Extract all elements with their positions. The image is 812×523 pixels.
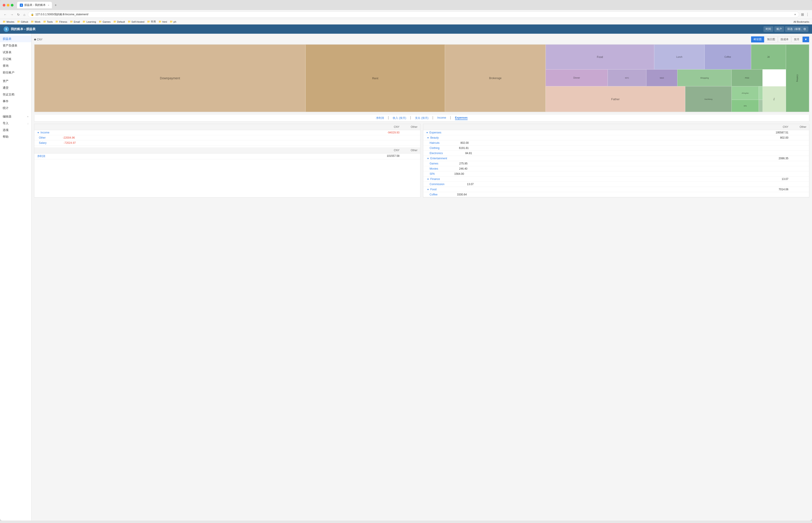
treemap-cell-lunch[interactable]: Lunch	[654, 44, 705, 69]
home-button[interactable]: ⌂	[22, 12, 26, 17]
table-row-entertainment[interactable]: ▼ Entertainment 2086.35	[423, 156, 809, 161]
bookmark-movies[interactable]: 📁 Movies	[3, 20, 14, 23]
treemap-cell-kfc[interactable]: KFC	[608, 69, 646, 86]
table-row-spa[interactable]: SPA 1564.00	[423, 172, 809, 177]
download-icon[interactable]: ↓	[28, 122, 29, 125]
table-row-net-profit[interactable]: 净利润 101557.58	[34, 154, 420, 159]
treemap-cell-coffee[interactable]: Coffee	[705, 44, 751, 69]
treemap-cell-mcd[interactable]: McD	[646, 69, 677, 86]
bookmark-ph[interactable]: 📁 ph	[170, 20, 176, 23]
bookmark-self-hosted[interactable]: 📁 Self-Hosted	[128, 20, 144, 23]
address-bar[interactable]: 🔒 127.0.0.1:5000/我的账本/income_statement/ …	[28, 12, 799, 18]
breadcrumb-parent[interactable]: 我的账本	[11, 27, 23, 31]
sidebar-item-events[interactable]: 事件	[0, 98, 31, 105]
sidebar-item-currency[interactable]: 通货	[0, 85, 31, 91]
monthly-btn[interactable]: 按月	[792, 36, 802, 42]
treemap-cell-spa[interactable]: SPA	[731, 100, 759, 112]
bookmark-default[interactable]: 📁 Default	[113, 20, 125, 23]
table-row-expenses[interactable]: ▼ Expenses 195587.51	[423, 130, 809, 135]
tag-filter-button[interactable]: 筛选（标签、收	[785, 26, 808, 32]
account-filter-button[interactable]: 账户	[774, 26, 784, 32]
sidebar-item-assets[interactable]: 资产	[0, 78, 31, 85]
treemap-cell-gaowang[interactable]: GaoWang	[685, 86, 732, 112]
treemap-cell-dinner[interactable]: Dinner	[546, 69, 608, 86]
bookmark-label: ph	[174, 20, 176, 23]
all-bookmarks[interactable]: All Bookmarks	[794, 20, 809, 23]
forward-button[interactable]: →	[10, 12, 14, 17]
sidebar-item-query[interactable]: 查询	[0, 62, 31, 69]
menu-button[interactable]: ⋮	[806, 12, 809, 17]
sidebar-item-trial-balance[interactable]: 试算表	[0, 49, 31, 56]
bookmark-work[interactable]: 📁 Work	[31, 20, 40, 23]
status-link-income-monthly[interactable]: 收入 (按月)	[393, 116, 406, 120]
bookmark-games[interactable]: 📁 Games	[99, 20, 110, 23]
bookmark-email[interactable]: 📁 Email	[70, 20, 80, 23]
extensions-button[interactable]: ⊞	[801, 12, 804, 17]
table-row-movies[interactable]: Movies 246.40	[423, 166, 809, 172]
sidebar-item-import[interactable]: 导入 ↓	[0, 120, 31, 127]
chart-dropdown-btn[interactable]: ▼	[802, 36, 809, 42]
table-row-salary[interactable]: Salary -72024.97	[34, 140, 420, 146]
bookmark-common[interactable]: 📁 常用	[147, 20, 156, 23]
back-button[interactable]: ←	[3, 12, 7, 17]
status-link-net[interactable]: 净利润	[376, 116, 384, 120]
bookmark-tools[interactable]: 📁 Tools	[43, 20, 53, 23]
bookmark-learning[interactable]: 📁 Learning	[83, 20, 96, 23]
col-header-name	[34, 124, 373, 130]
treemap-cell-trip[interactable]: Trip	[762, 86, 786, 112]
plus-icon[interactable]: +	[27, 115, 29, 118]
haircuts-label: Haircuts	[423, 140, 442, 145]
table-row-income[interactable]: ▼ Income -94029.93	[34, 130, 420, 135]
status-link-income[interactable]: Income	[437, 116, 446, 120]
sidebar-item-options[interactable]: 选项	[0, 127, 31, 133]
treemap-cell-food[interactable]: Food	[546, 44, 654, 69]
status-link-expense-monthly[interactable]: 支出 (按月)	[415, 116, 428, 120]
sidebar-item-stats[interactable]: 统计	[0, 105, 31, 111]
sidebar-item-documents[interactable]: 凭证文档	[0, 91, 31, 98]
table-row-food[interactable]: ▼ Food 7014.06	[423, 187, 809, 192]
treemap-cell-brokerage[interactable]: Brokerage	[445, 44, 546, 112]
bookmark-fitness[interactable]: 📁 Fitness	[55, 20, 67, 23]
tab-close-button[interactable]: ×	[48, 4, 49, 6]
sidebar-item-go-to-account[interactable]: 前往账户	[0, 69, 31, 76]
status-link-expenses[interactable]: Expenses	[455, 116, 467, 120]
bookmark-github[interactable]: 📁 Github	[17, 20, 28, 23]
treemap-cell-jixingjian[interactable]: JiXingJian	[731, 86, 759, 100]
browser-tab[interactable]: S 损益表 - 我的账本 ×	[17, 2, 52, 8]
treemap-cell-father[interactable]: Father	[546, 86, 685, 112]
games-other	[470, 161, 488, 166]
table-row-finance[interactable]: ▼ Finance 13.07	[423, 177, 809, 182]
table-row-beauty[interactable]: ▼ Beauty 802.00	[423, 135, 809, 140]
treemap-cell-downpayment[interactable]: Downpayment	[34, 44, 305, 112]
treemap-cell-rent[interactable]: Rent	[305, 44, 445, 112]
table-row-commission[interactable]: Commission 13.07	[423, 182, 809, 187]
treemap-cell-pdd[interactable]: PDD	[731, 69, 762, 86]
sidebar-item-help[interactable]: 帮助	[0, 133, 31, 140]
new-tab-button[interactable]: +	[55, 3, 57, 7]
sunburst-btn[interactable]: 旭日图	[764, 36, 778, 42]
treemap-cell-shopping[interactable]: Shopping	[677, 69, 731, 86]
bookmark-html[interactable]: 📁 html	[158, 20, 167, 23]
table-row-clothing[interactable]: Clothing 6191.81	[423, 146, 809, 151]
table-row-haircuts[interactable]: Haircuts 802.00	[423, 140, 809, 146]
refresh-button[interactable]: ↻	[16, 12, 21, 17]
sidebar-label: 事件	[3, 99, 8, 103]
sidebar-item-balance-sheet[interactable]: 资产负债表	[0, 42, 31, 49]
table-row-other[interactable]: Other -22004.96	[34, 135, 420, 140]
sidebar-item-income-statement[interactable]: 损益表	[0, 36, 31, 42]
treemap-cell-clothing[interactable]: Clothing	[786, 44, 809, 112]
sidebar-item-editor[interactable]: 编辑器 +	[0, 113, 31, 120]
table-row-games[interactable]: Games 275.95	[423, 161, 809, 166]
clothing-cny: 6191.81	[442, 146, 472, 150]
treemap-btn[interactable]: 树状图	[751, 36, 764, 42]
table-row-coffee[interactable]: Coffee 3330.64	[423, 192, 809, 197]
time-filter-button[interactable]: 时间	[763, 26, 773, 32]
cost-btn[interactable]: 按成本	[778, 36, 791, 42]
maximize-button[interactable]	[11, 4, 14, 6]
close-button[interactable]	[3, 4, 5, 6]
treemap-cell-jd[interactable]: Jd	[751, 44, 786, 69]
status-separator: │	[432, 116, 434, 120]
table-row-electronics[interactable]: Electronics 84.81	[423, 151, 809, 156]
minimize-button[interactable]	[7, 4, 10, 6]
sidebar-item-journal[interactable]: 日记账	[0, 56, 31, 62]
